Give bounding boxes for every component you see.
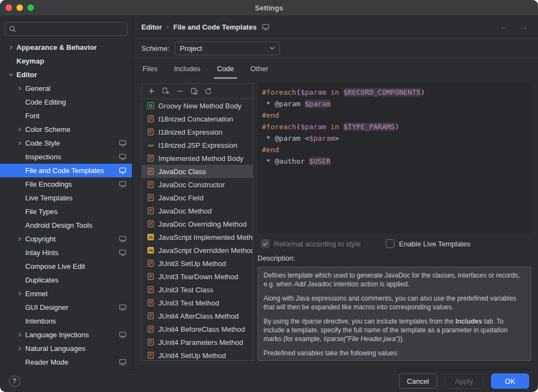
sidebar-item-appearance-behavior[interactable]: Appearance & Behavior (0, 41, 132, 54)
sidebar-item-file-types[interactable]: File Types (0, 205, 132, 218)
reset-templates-button[interactable] (202, 85, 214, 97)
sidebar-item-code-editing[interactable]: Code Editing (0, 95, 132, 109)
template-template-icon (146, 286, 155, 293)
minimize-button[interactable] (16, 4, 23, 11)
sidebar-item-label: Android Design Tools (25, 221, 93, 229)
chevron-right-icon[interactable] (14, 237, 25, 241)
chevron-right-icon[interactable] (14, 346, 25, 351)
template-item-label: JavaDoc Overriding Method (158, 220, 247, 228)
template-detail-panel: #foreach($param in $RECORD_COMPONENTS) *… (257, 83, 531, 361)
template-item-implemented-method-body[interactable]: Implemented Method Body (142, 152, 253, 165)
sidebar-item-inspections[interactable]: Inspections (0, 150, 132, 164)
sidebar-item-android-design-tools[interactable]: Android Design Tools (0, 218, 132, 232)
template-item-javadoc-field[interactable]: JavaDoc Field (142, 191, 253, 204)
enable-live-templates-checkbox[interactable] (386, 239, 394, 248)
svg-text:JS: JS (148, 235, 153, 239)
chevron-down-icon[interactable] (5, 72, 16, 77)
template-item-junit3-teardown-method[interactable]: JUnit3 TearDown Method (142, 270, 253, 283)
apply-button[interactable]: Apply (445, 373, 483, 389)
template-template-icon (146, 299, 155, 307)
search-input[interactable] (20, 25, 123, 33)
sidebar-item-general[interactable]: General (0, 82, 132, 95)
sidebar-item-file-and-code-templates[interactable]: File and Code Templates (0, 164, 132, 177)
sidebar-item-keymap[interactable]: Keymap (0, 54, 132, 68)
template-item-i18nized-expression[interactable]: I18nized Expression (142, 125, 253, 139)
chevron-right-icon[interactable] (14, 141, 25, 146)
create-child-template-button[interactable] (159, 85, 171, 97)
svg-text:G: G (149, 103, 153, 108)
sidebar-item-label: File Encodings (25, 180, 72, 188)
sidebar-item-live-templates[interactable]: Live Templates (0, 191, 132, 205)
chevron-down-icon (270, 47, 275, 50)
template-item-junit4-parameters-method[interactable]: JUnit4 Parameters Method (142, 336, 253, 349)
template-item-i18nized-concatenation[interactable]: I18nized Concatenation (142, 112, 253, 125)
template-item-javascript-implemented-method[interactable]: JSJavaScript Implemented Method (142, 230, 253, 244)
sidebar-item-language-injections[interactable]: Language Injections (0, 328, 132, 342)
sidebar-item-code-style[interactable]: Code Style (0, 136, 132, 150)
chevron-right-icon[interactable] (14, 332, 25, 337)
option-label: Reformat according to style (274, 240, 360, 248)
ok-button[interactable]: OK (491, 373, 529, 389)
chevron-right-icon[interactable] (14, 86, 25, 91)
template-item-label: JavaDoc Constructor (158, 181, 225, 189)
template-item-groovy-new-method-body[interactable]: GGroovy New Method Body (142, 99, 253, 112)
template-list-panel: GGroovy New Method BodyI18nized Concaten… (141, 83, 253, 361)
template-item-junit3-test-class[interactable]: JUnit3 Test Class (142, 283, 253, 296)
sidebar-item-color-scheme[interactable]: Color Scheme (0, 123, 132, 136)
chevron-right-icon[interactable] (14, 127, 25, 132)
template-item-junit3-setup-method[interactable]: JUnit3 SetUp Method (142, 257, 253, 270)
template-item-junit4-afterclass-method[interactable]: JUnit4 AfterClass Method (142, 309, 253, 322)
duplicate-template-button[interactable] (188, 85, 200, 97)
close-button[interactable] (5, 4, 12, 11)
cancel-button[interactable]: Cancel (399, 373, 437, 389)
scheme-select[interactable]: Project (175, 42, 280, 55)
tab-includes[interactable]: Includes (173, 58, 201, 79)
back-icon[interactable]: ← (500, 22, 508, 31)
chevron-right-icon[interactable] (14, 291, 25, 296)
sidebar-item-editor[interactable]: Editor (0, 68, 132, 82)
breadcrumb-item-editor[interactable]: Editor (141, 23, 162, 31)
sidebar-item-intentions[interactable]: Intentions (0, 314, 132, 328)
template-template-icon (146, 338, 155, 346)
sidebar-item-natural-languages[interactable]: Natural Languages (0, 342, 132, 355)
template-template-icon (146, 194, 155, 201)
zoom-button[interactable] (27, 4, 34, 11)
sidebar-item-file-encodings[interactable]: File Encodings (0, 177, 132, 191)
remove-template-button[interactable] (174, 85, 186, 97)
template-item-javadoc-class[interactable]: JavaDoc Class (142, 165, 253, 178)
forward-icon[interactable]: → (519, 22, 528, 31)
sidebar-item-inlay-hints[interactable]: Inlay Hints (0, 246, 132, 260)
js-template-icon: JS (146, 246, 155, 254)
sidebar-item-compose-live-edit[interactable]: Compose Live Edit (0, 260, 132, 273)
svg-text:JS: JS (148, 249, 153, 252)
templates-content: GGroovy New Method BodyI18nized Concaten… (133, 79, 538, 370)
sidebar-item-font[interactable]: Font (0, 109, 132, 123)
template-item-junit3-test-method[interactable]: JUnit3 Test Method (142, 296, 253, 309)
template-item-junit4-beforeclass-method[interactable]: JUnit4 BeforeClass Method (142, 322, 253, 336)
template-item-i18nized-jsp-expression[interactable]: JSPI18nized JSP Expression (142, 139, 253, 152)
description-box[interactable]: Defines template which used to generate … (257, 267, 531, 361)
template-item-javadoc-constructor[interactable]: JavaDoc Constructor (142, 178, 253, 191)
tab-code[interactable]: Code (216, 58, 235, 79)
tab-other[interactable]: Other (249, 58, 270, 79)
sidebar-item-label: Inlay Hints (25, 249, 59, 257)
template-item-junit4-setup-method[interactable]: JUnit4 SetUp Method (142, 349, 253, 360)
sidebar-item-emmet[interactable]: Emmet (0, 287, 132, 301)
add-template-button[interactable] (145, 85, 157, 97)
sidebar-item-duplicates[interactable]: Duplicates (0, 273, 132, 287)
chevron-right-icon[interactable] (5, 45, 16, 50)
tab-files[interactable]: Files (141, 58, 158, 79)
template-template-icon (146, 260, 155, 267)
sidebar-item-copyright[interactable]: Copyright (0, 232, 132, 246)
code-editor[interactable]: #foreach($param in $RECORD_COMPONENTS) *… (257, 83, 531, 233)
breadcrumb-item-file-and-code-templates[interactable]: File and Code Templates (173, 23, 256, 31)
option-enable-live-templates[interactable]: Enable Live Templates (386, 239, 471, 248)
help-button[interactable]: ? (9, 376, 20, 387)
search-field[interactable] (4, 22, 128, 36)
template-item-label: I18nized Concatenation (158, 115, 233, 123)
sidebar-item-gui-designer[interactable]: GUI Designer (0, 301, 132, 314)
template-item-javascript-overridden-method[interactable]: JSJavaScript Overridden Method (142, 244, 253, 257)
sidebar-item-reader-mode[interactable]: Reader Mode (0, 355, 132, 369)
template-item-javadoc-method[interactable]: JavaDoc Method (142, 204, 253, 217)
template-item-javadoc-overriding-method[interactable]: JavaDoc Overriding Method (142, 217, 253, 230)
